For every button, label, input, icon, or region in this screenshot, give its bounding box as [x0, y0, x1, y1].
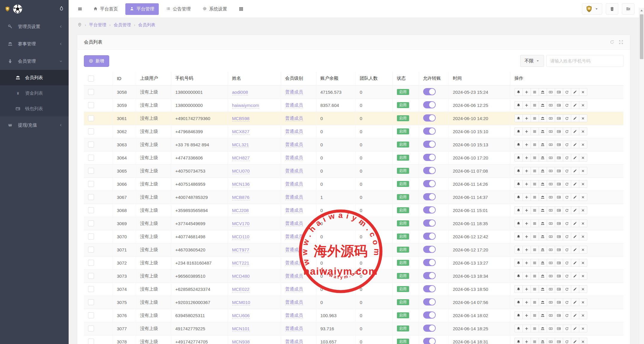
transfer-toggle[interactable] [423, 338, 436, 344]
member-level-link[interactable]: 普通成员 [285, 168, 303, 174]
logs-action-button[interactable] [531, 88, 539, 96]
sidebar-subitem-wallet-list[interactable]: 钱包列表 [0, 101, 69, 116]
member-level-link[interactable]: 普通成员 [285, 181, 303, 187]
logs-action-button[interactable] [531, 338, 539, 344]
add-action-button[interactable] [523, 167, 531, 175]
wallet-action-button[interactable] [555, 219, 563, 227]
nav-item-home[interactable]: 平台首页 [89, 3, 122, 15]
member-level-link[interactable]: 普通成员 [285, 260, 303, 266]
reset-action-button[interactable] [563, 311, 571, 319]
row-checkbox[interactable] [88, 247, 94, 253]
add-action-button[interactable] [523, 128, 531, 135]
delete-action-button[interactable] [579, 246, 587, 254]
team-action-button[interactable] [539, 206, 547, 214]
funds-action-button[interactable] [547, 180, 555, 188]
member-level-link[interactable]: 普通成员 [285, 247, 303, 253]
member-level-link[interactable]: 普通成员 [285, 339, 303, 344]
member-level-link[interactable]: 普通成员 [285, 129, 303, 134]
member-name-link[interactable]: MCE022 [232, 287, 249, 292]
wallet-action-button[interactable] [555, 167, 563, 175]
logs-action-button[interactable] [531, 193, 539, 201]
row-checkbox[interactable] [88, 128, 94, 134]
wallet-action-button[interactable] [555, 193, 563, 201]
transfer-toggle[interactable] [423, 141, 436, 148]
breadcrumb-member-list[interactable]: 会员列表 [138, 22, 155, 28]
edit-action-button[interactable] [571, 141, 579, 148]
notify-action-button[interactable] [514, 193, 523, 201]
member-name-link[interactable]: MCU070 [232, 168, 250, 174]
member-level-link[interactable]: 普通成员 [285, 286, 303, 292]
team-action-button[interactable] [539, 298, 547, 306]
member-name-link[interactable]: MCJ208 [232, 208, 249, 214]
team-action-button[interactable] [539, 180, 547, 188]
member-level-link[interactable]: 普通成员 [285, 234, 303, 239]
sidebar-item-member-management[interactable]: 会员管理 [0, 53, 69, 70]
member-name-link[interactable]: MCD480 [232, 274, 250, 279]
row-checkbox[interactable] [88, 207, 94, 213]
wallet-action-button[interactable] [555, 101, 563, 109]
notify-action-button[interactable] [514, 154, 523, 162]
breadcrumb-platform-management[interactable]: 平台管理 [89, 22, 106, 28]
transfer-toggle[interactable] [423, 167, 436, 174]
logs-action-button[interactable] [531, 154, 539, 162]
transfer-toggle[interactable] [423, 259, 436, 266]
funds-action-button[interactable] [547, 325, 555, 332]
row-checkbox[interactable] [88, 155, 94, 161]
logs-action-button[interactable] [531, 114, 539, 122]
reset-action-button[interactable] [563, 88, 571, 96]
reset-action-button[interactable] [563, 128, 571, 135]
funds-action-button[interactable] [547, 285, 555, 293]
funds-action-button[interactable] [547, 88, 555, 96]
transfer-toggle[interactable] [423, 246, 436, 253]
delete-action-button[interactable] [579, 154, 587, 162]
clear-cache-button[interactable] [606, 3, 618, 15]
delete-action-button[interactable] [579, 259, 587, 267]
edit-action-button[interactable] [571, 193, 579, 201]
row-checkbox[interactable] [88, 312, 94, 318]
edit-action-button[interactable] [571, 88, 579, 96]
nav-item-system-settings[interactable]: 系统设置 [198, 3, 232, 15]
reset-action-button[interactable] [563, 219, 571, 227]
funds-action-button[interactable] [547, 101, 555, 109]
apps-grid-button[interactable] [236, 4, 246, 14]
transfer-toggle[interactable] [423, 180, 436, 187]
edit-action-button[interactable] [571, 311, 579, 319]
add-action-button[interactable] [523, 338, 531, 344]
edit-action-button[interactable] [571, 298, 579, 306]
wallet-action-button[interactable] [555, 259, 563, 267]
nav-item-announcement[interactable]: 公告管理 [162, 3, 195, 15]
notify-action-button[interactable] [514, 206, 523, 214]
delete-action-button[interactable] [579, 141, 587, 148]
row-checkbox[interactable] [88, 194, 94, 200]
sidebar-subitem-funds-list[interactable]: 资金列表 [0, 85, 69, 101]
team-action-button[interactable] [539, 259, 547, 267]
sidebar-item-event-management[interactable]: 赛事管理 [0, 35, 69, 53]
member-level-link[interactable]: 普通成员 [285, 116, 303, 121]
notify-action-button[interactable] [514, 180, 523, 188]
delete-action-button[interactable] [579, 325, 587, 332]
team-action-button[interactable] [539, 325, 547, 332]
notify-action-button[interactable] [514, 167, 523, 175]
row-checkbox[interactable] [88, 142, 94, 148]
add-action-button[interactable] [523, 259, 531, 267]
funds-action-button[interactable] [547, 206, 555, 214]
member-name-link[interactable]: MCN101 [232, 326, 250, 332]
edit-action-button[interactable] [571, 338, 579, 344]
reset-action-button[interactable] [563, 101, 571, 109]
logs-action-button[interactable] [531, 128, 539, 135]
funds-action-button[interactable] [547, 114, 555, 122]
funds-action-button[interactable] [547, 272, 555, 280]
delete-action-button[interactable] [579, 128, 587, 135]
funds-action-button[interactable] [547, 128, 555, 135]
row-checkbox[interactable] [88, 234, 94, 239]
delete-action-button[interactable] [579, 272, 587, 280]
edit-action-button[interactable] [571, 285, 579, 293]
add-action-button[interactable] [523, 180, 531, 188]
reset-action-button[interactable] [563, 167, 571, 175]
sidebar-toggle-button[interactable] [74, 3, 86, 15]
notify-action-button[interactable] [514, 114, 523, 122]
logs-action-button[interactable] [531, 101, 539, 109]
add-action-button[interactable] [523, 298, 531, 306]
add-action-button[interactable] [523, 141, 531, 148]
team-action-button[interactable] [539, 88, 547, 96]
